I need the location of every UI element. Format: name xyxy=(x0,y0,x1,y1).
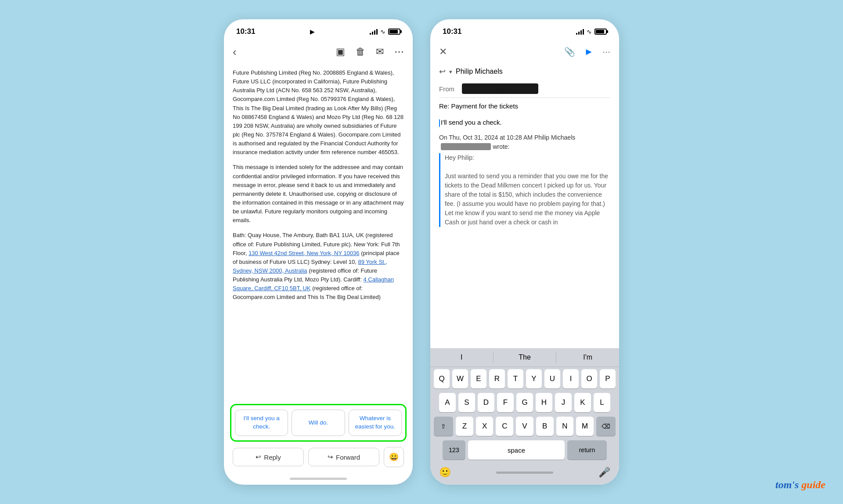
redacted-email: redacted xyxy=(441,143,491,150)
signal-icon-left xyxy=(370,29,378,35)
wifi-icon-right: ∿ xyxy=(587,28,592,35)
watermark: tom's guide xyxy=(775,479,825,491)
key-o[interactable]: O xyxy=(581,369,597,389)
numbers-key[interactable]: 123 xyxy=(443,440,465,460)
key-e[interactable]: E xyxy=(471,369,486,389)
key-a[interactable]: A xyxy=(439,393,456,412)
suggestion-3[interactable]: I'm xyxy=(556,352,619,363)
key-n[interactable]: N xyxy=(556,417,574,436)
quote-header: On Thu, Oct 31, 2024 at 10:28 AM Philip … xyxy=(439,133,610,151)
key-w[interactable]: W xyxy=(452,369,468,389)
time-right: 10:31 xyxy=(443,27,461,36)
text-cursor xyxy=(439,119,440,127)
signal-icon-right xyxy=(576,29,584,35)
close-button[interactable]: ✕ xyxy=(439,46,447,58)
email-para-2: This message is intended solely for the … xyxy=(233,163,404,225)
forward-arrow-icon: ↪ xyxy=(328,453,333,461)
keyboard-row-4: 123 space return xyxy=(430,438,619,462)
more-icon[interactable]: ⋯ xyxy=(394,46,404,58)
recipient-name: Philip Michaels xyxy=(456,68,503,76)
key-d[interactable]: D xyxy=(478,393,494,412)
key-c[interactable]: C xyxy=(496,417,513,436)
archive-icon[interactable]: ▣ xyxy=(336,46,345,58)
from-address: redacted xyxy=(462,83,538,94)
keyboard-bottom: 🙂 🎤 xyxy=(430,462,619,485)
key-s[interactable]: S xyxy=(458,393,475,412)
reply-button[interactable]: ↩ Reply xyxy=(233,448,304,466)
key-f[interactable]: F xyxy=(497,393,514,412)
key-u[interactable]: U xyxy=(544,369,560,389)
reply-to-icon: ↩ xyxy=(439,67,446,76)
space-key[interactable]: space xyxy=(468,440,565,460)
status-icons-left: ∿ xyxy=(370,28,400,35)
suggestion-1[interactable]: I xyxy=(430,352,494,363)
emoji-button[interactable]: 😀 xyxy=(384,447,404,467)
more-options-icon[interactable]: ⋯ xyxy=(602,47,610,57)
key-y[interactable]: Y xyxy=(526,369,542,389)
compose-toolbar: ✕ 📎 ► ⋯ xyxy=(430,40,619,63)
action-bar: ↩ Reply ↪ Forward 😀 xyxy=(224,442,413,472)
email-para-1: Future Publishing Limited (Reg No. 20088… xyxy=(233,68,404,157)
key-v[interactable]: V xyxy=(516,417,533,436)
status-bar-left: 10:31 ▶ ∿ xyxy=(224,19,413,40)
forward-button[interactable]: ↪ Forward xyxy=(308,448,379,466)
compose-body[interactable]: I'll send you a check. On Thu, Oct 31, 2… xyxy=(430,118,619,348)
compose-text: I'll send you a check. xyxy=(439,118,610,128)
back-button[interactable]: ‹ xyxy=(233,45,237,59)
from-line: From redacted xyxy=(439,80,610,98)
key-k[interactable]: K xyxy=(574,393,591,412)
dropdown-arrow-icon[interactable]: ▾ xyxy=(449,68,452,75)
key-b[interactable]: B xyxy=(536,417,554,436)
toolbar-right-icons: ▣ 🗑 ✉ ⋯ xyxy=(336,46,404,58)
key-r[interactable]: R xyxy=(489,369,505,389)
emoji-keyboard-icon[interactable]: 🙂 xyxy=(439,467,451,478)
quote-body: Hey Philip: Just wanted to send you a re… xyxy=(439,153,610,227)
quoted-text: On Thu, Oct 31, 2024 at 10:28 AM Philip … xyxy=(439,133,610,227)
home-indicator-left xyxy=(224,472,413,485)
trash-icon[interactable]: 🗑 xyxy=(356,46,365,58)
key-t[interactable]: T xyxy=(508,369,523,389)
keyboard-suggestions: I The I'm xyxy=(430,348,619,367)
quick-reply-2[interactable]: Will do. xyxy=(292,410,345,436)
compose-header: ↩ ▾ Philip Michaels From redacted Re: Pa… xyxy=(430,63,619,118)
email-toolbar: ‹ ▣ 🗑 ✉ ⋯ xyxy=(224,40,413,63)
right-phone: 10:31 ∿ ✕ 📎 ► ⋯ ↩ ▾ Philip Michaels xyxy=(430,19,619,485)
quick-reply-3[interactable]: Whatever is easiest for you. xyxy=(349,410,402,436)
send-icon[interactable]: ► xyxy=(584,46,594,58)
key-g[interactable]: G xyxy=(516,393,533,412)
left-phone: 10:31 ▶ ∿ ‹ ▣ 🗑 ✉ ⋯ Future Publi xyxy=(224,19,413,485)
watermark-prefix: tom's xyxy=(775,479,801,490)
key-l[interactable]: L xyxy=(594,393,610,412)
key-p[interactable]: P xyxy=(600,369,616,389)
email-body: Future Publishing Limited (Reg No. 20088… xyxy=(224,63,413,404)
microphone-icon[interactable]: 🎤 xyxy=(598,467,610,478)
key-i[interactable]: I xyxy=(563,369,579,389)
attachment-icon[interactable]: 📎 xyxy=(564,47,575,57)
subject-line: Re: Payment for the tickets xyxy=(439,98,610,112)
home-bar-right xyxy=(496,472,553,474)
to-line: ↩ ▾ Philip Michaels xyxy=(439,67,610,76)
key-m[interactable]: M xyxy=(576,417,594,436)
email-para-3: Bath: Quay House, The Ambury, Bath BA1 1… xyxy=(233,231,404,302)
delete-key[interactable]: ⌫ xyxy=(596,417,616,436)
quick-reply-1[interactable]: I'll send you a check. xyxy=(235,410,288,436)
key-z[interactable]: Z xyxy=(456,417,473,436)
shift-key[interactable]: ⇧ xyxy=(434,417,453,436)
link-nyc[interactable]: 130 West 42nd Street, New York, NY 10036 xyxy=(249,250,359,256)
keyboard-row-3: ⇧ Z X C V B N M ⌫ xyxy=(430,414,619,438)
suggestion-2[interactable]: The xyxy=(494,352,557,363)
quick-reply-area: I'll send you a check. Will do. Whatever… xyxy=(230,404,407,442)
key-j[interactable]: J xyxy=(555,393,572,412)
key-h[interactable]: H xyxy=(536,393,552,412)
keyboard-row-1: Q W E R T Y U I O P xyxy=(430,367,619,391)
reply-arrow-icon: ↩ xyxy=(256,453,261,461)
move-icon[interactable]: ✉ xyxy=(376,46,384,58)
return-key[interactable]: return xyxy=(567,440,607,460)
wifi-icon-left: ∿ xyxy=(380,28,385,35)
keyboard-row-2: A S D F G H J K L xyxy=(430,391,619,414)
battery-icon-right xyxy=(594,29,607,35)
battery-icon-left xyxy=(388,29,400,35)
compose-toolbar-right: 📎 ► ⋯ xyxy=(564,46,610,58)
key-x[interactable]: X xyxy=(476,417,494,436)
key-q[interactable]: Q xyxy=(434,369,450,389)
